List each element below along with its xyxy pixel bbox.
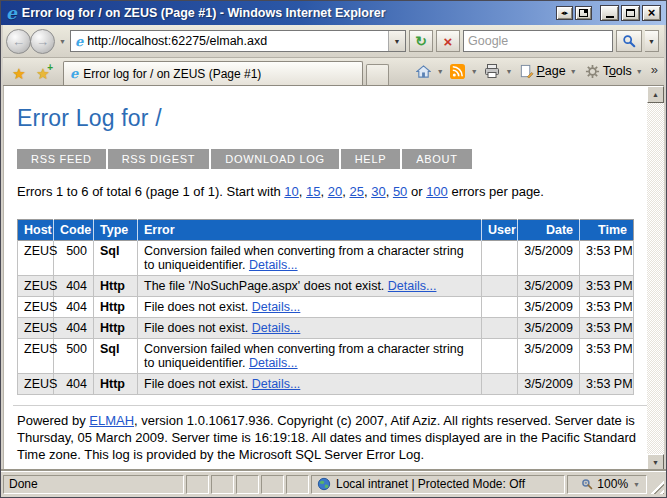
cell-error: File does not exist. Details... — [138, 297, 482, 318]
popout-button[interactable] — [575, 6, 592, 20]
browser-window: e Error log for / on ZEUS (Page #1) - Wi… — [0, 0, 667, 498]
col-header-code: Code — [54, 220, 94, 241]
status-bar: Done Local intranet | Protected Mode: Of… — [1, 471, 666, 497]
cell-code: 404 — [54, 276, 94, 297]
cell-error: File does not exist. Details... — [138, 374, 482, 395]
back-button[interactable]: ← — [6, 29, 31, 54]
add-favorite-button[interactable]: ★+ — [31, 62, 55, 85]
search-options-dropdown[interactable]: ▼ — [645, 30, 659, 52]
address-input[interactable] — [87, 34, 384, 48]
new-tab-button[interactable] — [366, 64, 389, 85]
search-input[interactable] — [468, 34, 612, 48]
status-panel — [261, 475, 284, 494]
minimize-button[interactable] — [600, 5, 619, 21]
error-message: File does not exist. — [144, 377, 252, 391]
forward-button[interactable]: → — [30, 29, 55, 54]
page-size-link-100[interactable]: 100 — [426, 184, 448, 199]
status-message: Done — [9, 477, 38, 491]
feeds-dropdown[interactable]: ▼ — [470, 68, 479, 75]
chevron-down-icon: ▼ — [648, 38, 655, 45]
star-icon: ★ — [12, 66, 25, 81]
home-dropdown[interactable]: ▼ — [436, 68, 445, 75]
search-button[interactable] — [616, 30, 642, 52]
scroll-down-button[interactable]: ▼ — [647, 454, 664, 471]
status-panel — [286, 475, 309, 494]
refresh-button[interactable]: ↻ — [409, 30, 433, 52]
elmah-navbar: RSS FEEDRSS DIGESTDOWNLOAD LOGHELPABOUT — [17, 149, 472, 169]
more-commands-chevron[interactable]: » — [649, 62, 660, 81]
footer-divider — [13, 405, 647, 406]
feeds-button[interactable] — [448, 62, 467, 81]
security-zone-label: Local intranet | Protected Mode: Off — [336, 477, 525, 491]
cell-code: 500 — [54, 241, 94, 276]
cell-date: 3/5/2009 — [518, 276, 580, 297]
favorites-center-button[interactable]: ★ — [7, 62, 31, 85]
cell-type: Sql — [94, 339, 138, 374]
error-message: Conversion failed when converting from a… — [144, 244, 464, 272]
col-header-date: Date — [518, 220, 580, 241]
nav-item-about[interactable]: ABOUT — [402, 149, 471, 169]
details-link[interactable]: Details... — [252, 377, 301, 391]
arrows-button[interactable]: ◂▸ — [556, 6, 573, 20]
address-dropdown-button[interactable]: ▼ — [388, 31, 405, 51]
nav-item-download-log[interactable]: DOWNLOAD LOG — [211, 149, 338, 169]
cell-user — [482, 276, 518, 297]
close-button[interactable]: × — [642, 5, 661, 21]
cell-user — [482, 339, 518, 374]
page-size-link-50[interactable]: 50 — [393, 184, 407, 199]
gear-icon — [585, 64, 600, 79]
cell-time: 3:53 PM — [580, 374, 634, 395]
cell-user — [482, 374, 518, 395]
print-dropdown[interactable]: ▼ — [505, 68, 514, 75]
details-link[interactable]: Details... — [249, 258, 298, 272]
home-button[interactable] — [414, 62, 433, 81]
cell-type: Http — [94, 318, 138, 339]
page-size-link-10[interactable]: 10 — [284, 184, 298, 199]
chevron-down-icon: ▼ — [569, 68, 578, 75]
page-menu-button[interactable]: Page ▼ — [517, 62, 580, 81]
page-size-link-20[interactable]: 20 — [328, 184, 342, 199]
status-message-panel: Done — [3, 475, 184, 494]
search-box — [463, 30, 613, 52]
page-size-link-25[interactable]: 25 — [349, 184, 363, 199]
tab-error-log[interactable]: e Error log for / on ZEUS (Page #1) — [63, 61, 363, 85]
scroll-up-button[interactable]: ▲ — [647, 86, 664, 103]
error-message: File does not exist. — [144, 321, 252, 335]
nav-item-rss-feed[interactable]: RSS FEED — [17, 149, 106, 169]
zoom-dropdown[interactable]: ▼ — [632, 481, 641, 488]
status-panel — [236, 475, 259, 494]
cell-time: 3:53 PM — [580, 339, 634, 374]
tools-menu-button[interactable]: Tools ▼ — [583, 62, 646, 81]
page-size-link-30[interactable]: 30 — [371, 184, 385, 199]
tools-menu-label: Tools — [603, 64, 632, 78]
error-row: ZEUS404HttpFile does not exist. Details.… — [18, 374, 634, 395]
resize-grip[interactable] — [649, 479, 664, 494]
details-link[interactable]: Details... — [252, 321, 301, 335]
error-message: File does not exist. — [144, 300, 252, 314]
chevron-down-icon: ▼ — [635, 68, 644, 75]
error-row: ZEUS500SqlConversion failed when convert… — [18, 241, 634, 276]
titlebar: e Error log for / on ZEUS (Page #1) - Wi… — [1, 1, 666, 25]
vertical-scrollbar[interactable]: ▲ ▼ — [647, 86, 664, 471]
zoom-control[interactable]: 100% ▼ — [567, 475, 647, 494]
nav-item-help[interactable]: HELP — [341, 149, 401, 169]
details-link[interactable]: Details... — [388, 279, 437, 293]
cell-date: 3/5/2009 — [518, 339, 580, 374]
page-size-link-15[interactable]: 15 — [306, 184, 320, 199]
zoom-magnifier-icon — [581, 478, 593, 490]
stop-button[interactable]: × — [436, 30, 460, 52]
maximize-button[interactable] — [621, 5, 640, 21]
print-button[interactable] — [482, 61, 502, 81]
details-link[interactable]: Details... — [252, 300, 301, 314]
recent-pages-dropdown[interactable]: ▼ — [58, 38, 67, 45]
col-header-error: Error — [138, 220, 482, 241]
nav-item-rss-digest[interactable]: RSS DIGEST — [108, 149, 210, 169]
cell-date: 3/5/2009 — [518, 241, 580, 276]
cell-host: ZEUS — [18, 339, 54, 374]
footer-prefix: Powered by — [17, 413, 89, 428]
cell-type: Http — [94, 374, 138, 395]
details-link[interactable]: Details... — [249, 356, 298, 370]
elmah-link[interactable]: ELMAH — [89, 413, 134, 428]
cell-code: 500 — [54, 339, 94, 374]
cell-host: ZEUS — [18, 276, 54, 297]
